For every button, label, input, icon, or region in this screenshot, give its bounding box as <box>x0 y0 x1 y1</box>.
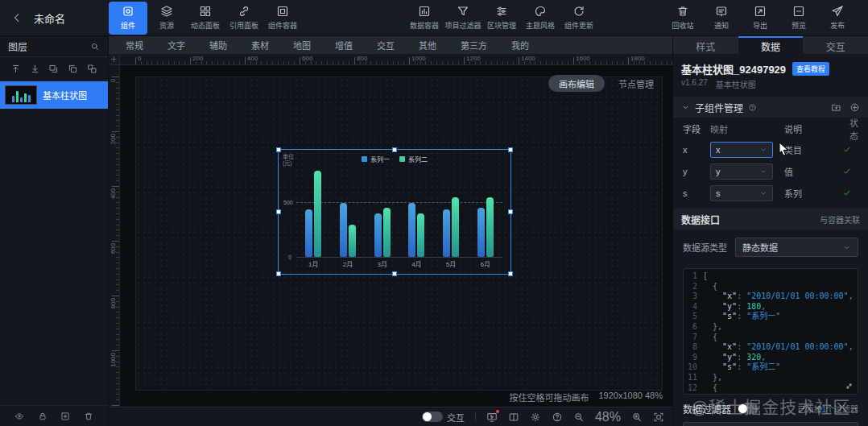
trash-icon[interactable] <box>84 412 93 421</box>
move-up-icon[interactable] <box>10 64 21 74</box>
interaction-toggle[interactable]: 交互 <box>422 411 465 424</box>
category-tab-1[interactable]: 文字 <box>155 39 197 52</box>
square-plus-icon[interactable] <box>60 412 70 421</box>
node-manage-mode-button[interactable]: 节点管理 <box>608 75 664 92</box>
toolbar-button-reference-panel[interactable]: 引用面板 <box>225 2 263 35</box>
canvas-edit-mode-button[interactable]: 画布编辑 <box>548 75 605 92</box>
bar-系列二[interactable] <box>349 225 356 257</box>
bar-系列一[interactable] <box>374 213 382 257</box>
toolbar-button-component-update[interactable]: 组件更新 <box>560 2 598 35</box>
toolbar-button-publish[interactable]: 发布 <box>818 2 857 35</box>
settings-gear-button[interactable] <box>530 412 541 423</box>
move-down-icon[interactable] <box>30 64 40 74</box>
selection-handle[interactable] <box>276 271 281 276</box>
circle-plus-icon[interactable] <box>849 102 860 113</box>
category-tab-2[interactable]: 辅助 <box>197 39 239 52</box>
category-tab-3[interactable]: 素材 <box>239 39 281 52</box>
toolbar-button-recycle-bin[interactable]: 回收站 <box>663 2 702 35</box>
selection-handle[interactable] <box>392 147 397 152</box>
project-title: 未命名 <box>34 10 65 26</box>
panel-tab-0[interactable]: 样式 <box>673 36 738 54</box>
ruler-corner[interactable] <box>109 54 120 65</box>
screen-share-button[interactable] <box>486 412 498 423</box>
component-type: 基本柱状图 <box>716 78 756 90</box>
back-button[interactable] <box>11 12 23 23</box>
bar-系列二[interactable] <box>383 208 391 257</box>
chevron-down-icon[interactable] <box>681 103 690 112</box>
category-tab-8[interactable]: 第三方 <box>448 39 499 52</box>
category-tab-5[interactable]: 增值 <box>323 39 365 52</box>
bar-系列二[interactable] <box>417 213 424 257</box>
category-tab-7[interactable]: 其他 <box>407 39 448 52</box>
panel-tab-1[interactable]: 数据 <box>738 36 804 54</box>
move-bottom-icon[interactable] <box>68 64 78 74</box>
expand-editor-icon[interactable] <box>845 382 854 391</box>
bar-系列二[interactable] <box>314 171 321 257</box>
zoom-out-button[interactable] <box>573 412 585 423</box>
toolbar-button-block-manage[interactable]: 区块管理 <box>482 2 521 35</box>
folder-plus-icon[interactable] <box>831 102 841 113</box>
bar-系列一[interactable] <box>443 209 450 257</box>
panel-tab-2[interactable]: 交互 <box>803 36 868 54</box>
zoom-in-button[interactable] <box>631 412 643 423</box>
toolbar-button-theme-style[interactable]: 主题风格 <box>521 2 560 35</box>
bar-系列二[interactable] <box>486 197 494 257</box>
view-tutorial-badge[interactable]: 查看教程 <box>792 62 829 76</box>
bar-系列一[interactable] <box>305 209 312 257</box>
move-top-icon[interactable] <box>48 64 59 74</box>
selection-handle[interactable] <box>508 271 513 276</box>
x-axis-label: 1月 <box>296 259 331 268</box>
mapping-dropdown-y[interactable]: y <box>710 163 773 180</box>
toolbar-button-data-container[interactable]: 数据容器 <box>405 2 444 35</box>
selection-handle[interactable] <box>392 271 397 276</box>
bar-系列二[interactable] <box>452 197 459 257</box>
lock-icon[interactable] <box>38 412 48 421</box>
split-view-button[interactable] <box>508 412 519 423</box>
toolbar-button-component-container[interactable]: 组件容器 <box>263 2 302 35</box>
hruler-tick: 800 <box>357 55 367 62</box>
subcomponent-title: 子组件管理 <box>695 101 743 114</box>
canvas-hint: 按住空格可拖动画布 1920x1080 48% <box>509 391 663 403</box>
hruler-tick: 1200 <box>466 55 481 62</box>
search-icon[interactable] <box>90 42 100 52</box>
filter-select[interactable]: 请选择过滤器 <box>683 422 858 426</box>
subcomponent-section-header: 子组件管理 <box>673 97 868 118</box>
selection-handle[interactable] <box>276 209 281 214</box>
toolbar-button-notification[interactable]: 通知 <box>702 2 741 35</box>
toolbar-button-preview[interactable]: 预览 <box>779 2 818 35</box>
category-tab-0[interactable]: 常规 <box>114 39 155 52</box>
bar-group: 6月 <box>468 169 502 257</box>
eye-icon[interactable] <box>14 412 24 421</box>
toolbar-button-resource[interactable]: 资源 <box>147 2 186 35</box>
group-icon[interactable] <box>87 64 97 74</box>
filter-added-text[interactable]: 已添加1个过滤器 <box>797 403 858 415</box>
selection-handle[interactable] <box>508 147 513 152</box>
selection-handle[interactable] <box>276 147 281 152</box>
question-circle-icon[interactable] <box>748 103 757 112</box>
container-link-action[interactable]: 与容器关联 <box>820 213 860 225</box>
bar-系列一[interactable] <box>340 203 347 257</box>
toolbar-button-project-filter[interactable]: 项目过滤器 <box>444 2 482 35</box>
mapping-dropdown-x[interactable]: x <box>710 142 773 158</box>
hruler-tick: 200 <box>192 55 203 62</box>
category-tab-6[interactable]: 交互 <box>365 39 407 52</box>
selected-component-bar-chart[interactable]: 单位(元) 系列一系列二 50001月2月3月4月5月6月 <box>278 149 511 275</box>
data-filter-toggle[interactable] <box>738 403 758 414</box>
static-data-code-editor[interactable]: 1[2 {3 "x": "2010/01/01 00:00:00",4 "y":… <box>683 268 858 395</box>
help-button[interactable] <box>552 412 563 423</box>
selection-handle[interactable] <box>508 209 513 214</box>
zoom-level-value[interactable]: 48% <box>595 410 621 424</box>
toolbar-button-dynamic-panel[interactable]: 动态面板 <box>186 2 225 35</box>
layer-item[interactable]: 基本柱状图 <box>0 81 108 109</box>
mapping-dropdown-s[interactable]: s <box>710 185 773 201</box>
category-tab-9[interactable]: 我的 <box>499 39 541 52</box>
bar-系列一[interactable] <box>408 203 415 257</box>
fit-canvas-button[interactable] <box>653 412 664 423</box>
category-tab-4[interactable]: 地图 <box>281 39 323 52</box>
toolbar-button-component[interactable]: 组件 <box>109 2 147 35</box>
bar-系列一[interactable] <box>477 208 485 257</box>
toolbar-button-export[interactable]: 导出 <box>741 2 779 35</box>
design-canvas[interactable]: 画布编辑 节点管理 单位(元) 系列一系列二 50001月2月3月4月5月6月 … <box>109 65 672 407</box>
source-type-select[interactable]: 静态数据 <box>735 238 858 257</box>
legend-item: 系列二 <box>399 155 428 163</box>
